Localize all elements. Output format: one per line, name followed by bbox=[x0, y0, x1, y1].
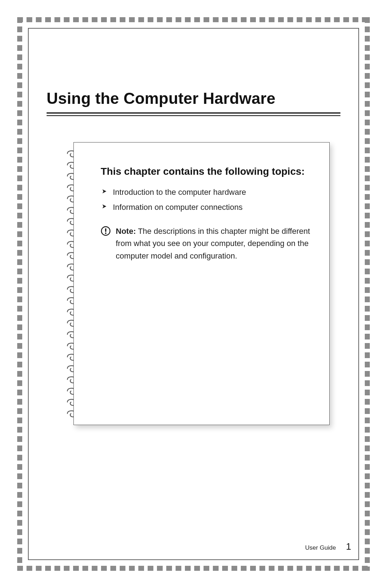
topics-item: Introduction to the computer hardware bbox=[101, 185, 313, 200]
page-number: 1 bbox=[346, 541, 351, 552]
page: Using the Computer Hardware bbox=[0, 0, 387, 588]
svg-point-26 bbox=[105, 233, 106, 234]
title-underline bbox=[47, 112, 340, 117]
svg-rect-25 bbox=[105, 228, 106, 232]
note-body: The descriptions in this chapter might b… bbox=[116, 227, 310, 260]
notebook-paper: This chapter contains the following topi… bbox=[73, 142, 330, 425]
alert-icon bbox=[101, 226, 111, 236]
footer-label: User Guide bbox=[305, 544, 336, 551]
note-block: Note: The descriptions in this chapter m… bbox=[101, 225, 313, 262]
note-label: Note: bbox=[116, 227, 136, 236]
note-text: Note: The descriptions in this chapter m… bbox=[116, 225, 313, 262]
chapter-title: Using the Computer Hardware bbox=[47, 90, 340, 107]
topics-list: Introduction to the computer hardwareInf… bbox=[101, 185, 313, 215]
page-footer: User Guide 1 bbox=[305, 541, 351, 552]
notebook: This chapter contains the following topi… bbox=[64, 142, 330, 425]
content-area: Using the Computer Hardware bbox=[36, 36, 351, 552]
topics-heading: This chapter contains the following topi… bbox=[101, 165, 313, 178]
topics-item: Information on computer connections bbox=[101, 200, 313, 215]
